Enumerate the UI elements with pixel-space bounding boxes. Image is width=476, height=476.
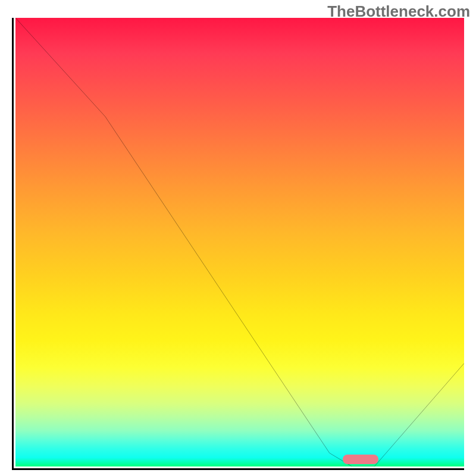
curve-svg (15, 18, 464, 466)
optimal-marker (343, 455, 378, 464)
chart-container: TheBottleneck.com (0, 0, 476, 476)
bottleneck-curve (15, 18, 464, 466)
watermark-label: TheBottleneck.com (327, 2, 470, 21)
plot-area (12, 18, 464, 470)
